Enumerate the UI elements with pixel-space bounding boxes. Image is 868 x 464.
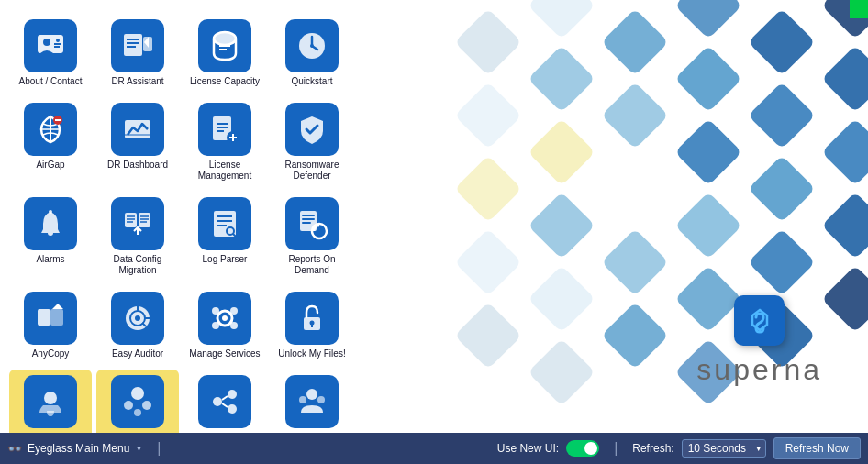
menu-item-easy-auditor[interactable]: Easy Auditor [96,286,179,365]
svg-rect-125 [821,192,868,260]
menu-label-easy-auditor: Easy Auditor [112,348,163,359]
svg-rect-119 [748,155,816,223]
menu-item-unlock-my-files[interactable]: Unlock My Files! [271,286,353,365]
svg-rect-5 [124,34,142,56]
separator-1: | [157,440,161,457]
svg-point-73 [213,397,222,406]
menu-label-dr-dashboard: DR Dashboard [107,160,168,171]
menu-item-about-contact[interactable]: About / Contact [9,14,92,93]
refresh-select-wrapper: 5 Seconds 10 Seconds 30 Seconds 60 Secon… [682,439,766,458]
menu-item-manage-services[interactable]: Manage Services [184,286,266,365]
svg-point-64 [230,322,238,329]
green-badge [850,0,868,18]
svg-rect-40 [214,211,236,237]
svg-rect-51 [38,309,50,326]
left-panel: About / Contact DR Assistant License Cap… [0,0,376,433]
menu-label-alarms: Alarms [36,254,64,265]
menu-label-data-config-migration: Data Config Migration [100,254,175,276]
svg-rect-99 [454,302,522,370]
svg-rect-35 [139,213,150,227]
svg-rect-102 [528,118,595,186]
svg-rect-105 [528,338,595,406]
svg-rect-108 [601,155,669,223]
svg-line-76 [222,396,228,400]
svg-rect-120 [748,228,816,296]
main-menu-button[interactable]: 👓 Eyeglass Main Menu ▼ [7,442,142,456]
menu-label-manage-services: Manage Services [189,348,260,359]
use-new-ui-label: Use New UI: [497,442,559,455]
svg-rect-48 [302,215,315,216]
menu-item-dr-dashboard[interactable]: DR Dashboard [96,97,179,187]
svg-rect-111 [674,0,742,39]
svg-rect-103 [528,192,595,260]
svg-line-77 [222,403,228,407]
superna-name: superna [696,353,822,387]
menu-item-network-visualization[interactable]: Network Visualization [184,370,266,433]
menu-label-unlock-my-files: Unlock My Files! [278,348,345,359]
svg-point-75 [228,404,237,414]
menu-label-dr-assistant: DR Assistant [111,76,163,87]
svg-rect-107 [601,82,669,149]
svg-rect-106 [601,8,669,76]
svg-point-69 [131,387,144,400]
refresh-now-button[interactable]: Refresh Now [773,437,861,459]
svg-point-66 [310,321,315,326]
menu-item-inventory-view[interactable]: Inventory View [96,370,179,433]
use-new-ui-toggle[interactable] [566,440,599,457]
svg-point-78 [306,389,317,400]
svg-point-2 [56,39,60,42]
svg-rect-50 [302,222,311,224]
svg-point-71 [142,401,151,410]
menu-label-license-capacity: License Capacity [190,76,260,87]
svg-point-15 [310,44,314,48]
menu-item-license-management[interactable]: License Management [184,97,266,187]
menu-item-airgap[interactable]: AirGap [9,97,92,187]
svg-rect-109 [601,228,669,296]
menu-item-cluster-storage-usage[interactable]: Cluster Storage Usage [9,370,92,433]
menu-label-airgap: AirGap [36,160,64,171]
menu-item-log-parser[interactable]: Log Parser [184,192,266,282]
svg-rect-52 [50,309,63,326]
menu-item-data-config-migration[interactable]: Data Config Migration [96,192,179,282]
svg-point-55 [135,315,140,321]
svg-point-72 [134,409,141,416]
svg-rect-114 [674,192,742,260]
svg-rect-96 [454,82,522,149]
menu-label-license-management: License Management [187,160,262,182]
svg-rect-101 [528,45,595,113]
menu-label-about-contact: About / Contact [19,76,83,87]
dropdown-arrow-icon: ▼ [135,445,142,453]
superna-logo-icon [734,295,785,346]
menu-item-dr-assistant[interactable]: DR Assistant [96,14,179,93]
svg-rect-95 [454,8,522,76]
svg-rect-98 [454,228,522,296]
svg-rect-104 [528,265,595,333]
svg-rect-100 [528,0,595,39]
svg-point-79 [299,396,306,403]
svg-rect-49 [302,218,315,220]
svg-rect-117 [748,8,816,76]
menu-item-reports-on-demand[interactable]: Reports On Demand [271,192,353,282]
menu-item-alarms[interactable]: Alarms [9,192,92,282]
svg-rect-124 [821,118,868,186]
bottom-bar-controls: Use New UI: | Refresh: 5 Seconds 10 Seco… [497,437,861,459]
svg-point-61 [212,307,219,315]
svg-rect-113 [674,118,742,186]
menu-item-anycopy[interactable]: AnyCopy [9,286,92,365]
menu-item-quickstart[interactable]: Quickstart [271,14,353,93]
svg-rect-123 [821,45,868,113]
svg-rect-118 [748,82,816,149]
menu-item-user-roles[interactable]: User Roles [271,370,353,433]
right-panel: .dm { transform-origin: center center; } [376,0,868,433]
svg-rect-126 [821,265,868,333]
main-menu-label: Eyeglass Main Menu [28,442,129,455]
menu-item-license-capacity[interactable]: License Capacity [184,14,266,93]
svg-point-70 [124,401,133,410]
refresh-interval-select[interactable]: 5 Seconds 10 Seconds 30 Seconds 60 Secon… [682,439,766,458]
menu-label-reports-on-demand: Reports On Demand [274,254,350,276]
menu-label-quickstart: Quickstart [291,76,332,87]
menu-item-ransomware-defender[interactable]: Ransomware Defender [271,97,353,187]
refresh-label: Refresh: [632,442,673,455]
svg-point-74 [228,390,237,399]
bottom-bar: 👓 Eyeglass Main Menu ▼ | Use New UI: | R… [0,433,868,464]
